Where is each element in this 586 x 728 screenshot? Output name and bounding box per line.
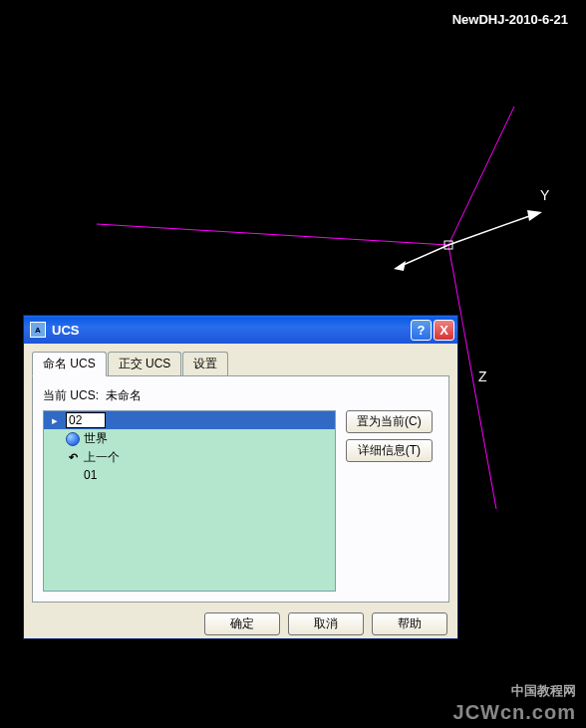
ucs-dialog: A UCS ? X 命名 UCS 正交 UCS 设置 当前 UCS: 未命名 ▸	[23, 315, 458, 639]
svg-line-1	[448, 107, 514, 245]
tab-panel: 当前 UCS: 未命名 ▸ 世界 ↶ 上一个	[32, 375, 449, 603]
dialog-title: UCS	[52, 323, 411, 338]
cancel-button[interactable]: 取消	[288, 612, 364, 635]
tab-settings[interactable]: 设置	[182, 352, 228, 375]
details-button[interactable]: 详细信息(T)	[346, 439, 433, 462]
footer-en: JCWcn.com	[453, 701, 576, 724]
svg-marker-5	[394, 261, 406, 271]
set-current-button[interactable]: 置为当前(C)	[346, 410, 433, 433]
current-ucs-value: 未命名	[106, 388, 142, 402]
y-axis-label: Y	[540, 187, 549, 203]
help-button[interactable]: 帮助	[372, 612, 447, 635]
list-item-label: 世界	[84, 430, 108, 447]
footer-cn: 中国教程网	[511, 682, 576, 700]
current-ucs-label: 当前 UCS: 未命名	[43, 387, 439, 404]
arrow-icon: ▸	[48, 413, 62, 427]
ucs-listbox[interactable]: ▸ 世界 ↶ 上一个 01	[43, 410, 336, 592]
app-icon: A	[30, 322, 46, 338]
svg-marker-7	[527, 210, 542, 221]
titlebar-close-button[interactable]: X	[434, 320, 454, 341]
svg-line-6	[448, 215, 532, 245]
titlebar-help-button[interactable]: ?	[411, 320, 432, 341]
ucs-name-input[interactable]	[66, 412, 106, 428]
list-item-world[interactable]: 世界	[44, 429, 335, 448]
list-item-label: 上一个	[84, 449, 120, 466]
watermark: NewDHJ-2010-6-21	[452, 12, 568, 27]
list-item-editing[interactable]: ▸	[44, 411, 335, 429]
blank-icon	[66, 468, 80, 482]
svg-line-0	[97, 224, 448, 245]
tab-named-ucs[interactable]: 命名 UCS	[32, 352, 107, 376]
svg-rect-3	[444, 241, 452, 249]
back-arrow-icon: ↶	[66, 451, 80, 465]
list-item-prev[interactable]: ↶ 上一个	[44, 448, 335, 467]
titlebar[interactable]: A UCS ? X	[24, 316, 457, 344]
svg-line-4	[399, 245, 448, 267]
tab-bar: 命名 UCS 正交 UCS 设置	[32, 352, 449, 376]
ok-button[interactable]: 确定	[204, 612, 280, 635]
z-axis-label: Z	[478, 368, 487, 384]
list-item-01[interactable]: 01	[44, 467, 335, 483]
list-item-label: 01	[84, 468, 97, 482]
globe-icon	[66, 432, 80, 446]
tab-ortho-ucs[interactable]: 正交 UCS	[108, 352, 182, 375]
